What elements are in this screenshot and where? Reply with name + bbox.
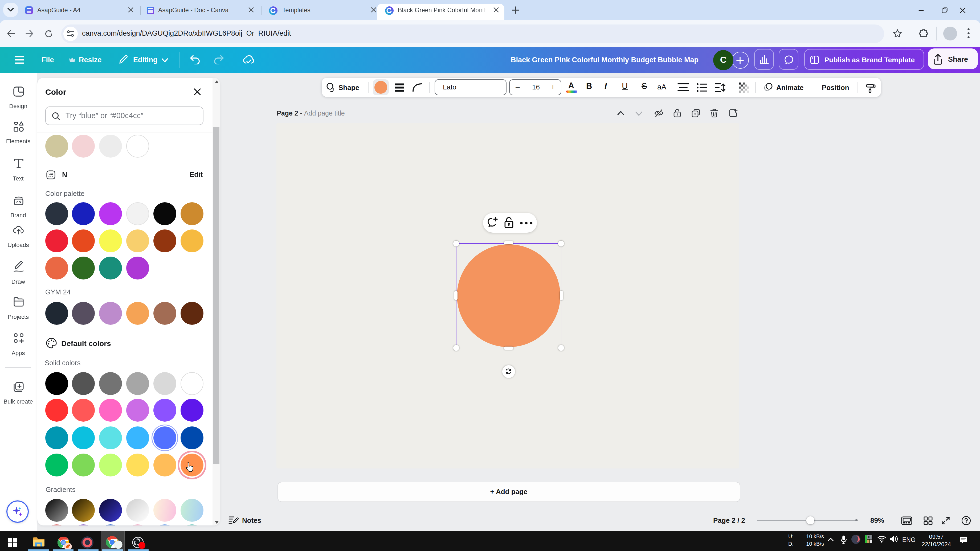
svg-text:co: co [16,199,21,204]
svg-text:CO: CO [48,171,53,175]
